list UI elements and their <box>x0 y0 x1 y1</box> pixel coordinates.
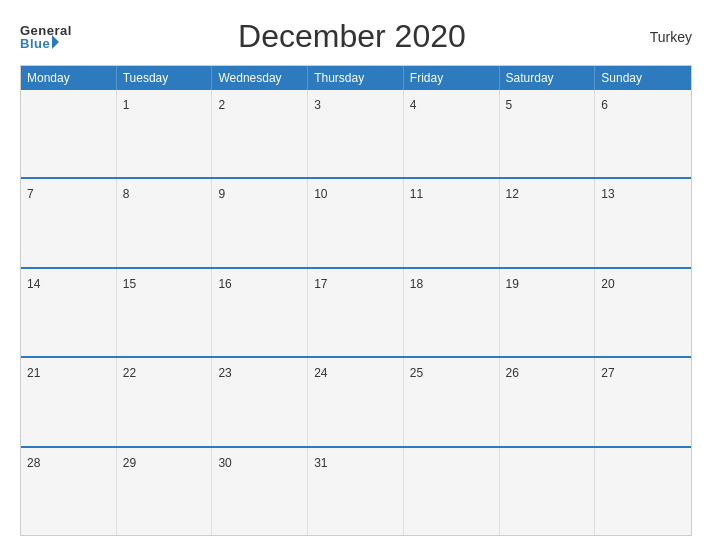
day-cell-1-1: 8 <box>117 179 213 266</box>
day-cell-1-2: 9 <box>212 179 308 266</box>
day-number: 14 <box>27 277 40 291</box>
day-cell-1-6: 13 <box>595 179 691 266</box>
day-cell-0-2: 2 <box>212 90 308 177</box>
day-number: 11 <box>410 187 423 201</box>
day-cell-2-5: 19 <box>500 269 596 356</box>
day-cell-2-3: 17 <box>308 269 404 356</box>
day-number: 12 <box>506 187 519 201</box>
day-number: 2 <box>218 98 225 112</box>
day-cell-0-4: 4 <box>404 90 500 177</box>
header-sunday: Sunday <box>595 66 691 90</box>
day-cell-2-2: 16 <box>212 269 308 356</box>
day-cell-3-6: 27 <box>595 358 691 445</box>
day-cell-2-0: 14 <box>21 269 117 356</box>
day-cell-2-4: 18 <box>404 269 500 356</box>
calendar-grid: Monday Tuesday Wednesday Thursday Friday… <box>20 65 692 536</box>
day-number: 27 <box>601 366 614 380</box>
logo: General Blue <box>20 24 72 50</box>
day-number: 7 <box>27 187 34 201</box>
day-number: 21 <box>27 366 40 380</box>
logo-blue-text: Blue <box>20 37 72 50</box>
header-saturday: Saturday <box>500 66 596 90</box>
logo-general-text: General <box>20 24 72 37</box>
calendar-page: General Blue December 2020 Turkey Monday… <box>0 0 712 550</box>
day-number: 23 <box>218 366 231 380</box>
weeks-container: 1234567891011121314151617181920212223242… <box>21 90 691 535</box>
day-cell-0-6: 6 <box>595 90 691 177</box>
week-row-1: 123456 <box>21 90 691 177</box>
day-number: 10 <box>314 187 327 201</box>
day-number: 20 <box>601 277 614 291</box>
day-cell-0-5: 5 <box>500 90 596 177</box>
day-cell-4-4 <box>404 448 500 535</box>
day-cell-4-3: 31 <box>308 448 404 535</box>
day-cell-1-0: 7 <box>21 179 117 266</box>
header-tuesday: Tuesday <box>117 66 213 90</box>
day-cell-2-6: 20 <box>595 269 691 356</box>
day-cell-3-1: 22 <box>117 358 213 445</box>
week-row-4: 21222324252627 <box>21 356 691 445</box>
day-cell-1-3: 10 <box>308 179 404 266</box>
day-number: 9 <box>218 187 225 201</box>
week-row-5: 28293031 <box>21 446 691 535</box>
header-wednesday: Wednesday <box>212 66 308 90</box>
calendar-title: December 2020 <box>72 18 632 55</box>
day-number: 26 <box>506 366 519 380</box>
day-cell-3-5: 26 <box>500 358 596 445</box>
day-cell-1-5: 12 <box>500 179 596 266</box>
day-cell-2-1: 15 <box>117 269 213 356</box>
day-cell-3-3: 24 <box>308 358 404 445</box>
day-number: 17 <box>314 277 327 291</box>
day-number: 18 <box>410 277 423 291</box>
day-number: 25 <box>410 366 423 380</box>
day-cell-4-5 <box>500 448 596 535</box>
day-cell-1-4: 11 <box>404 179 500 266</box>
day-number: 22 <box>123 366 136 380</box>
header-friday: Friday <box>404 66 500 90</box>
day-number: 1 <box>123 98 130 112</box>
day-number: 19 <box>506 277 519 291</box>
day-number: 5 <box>506 98 513 112</box>
day-number: 13 <box>601 187 614 201</box>
day-number: 3 <box>314 98 321 112</box>
country-label: Turkey <box>632 29 692 45</box>
day-cell-3-0: 21 <box>21 358 117 445</box>
day-cell-4-0: 28 <box>21 448 117 535</box>
day-cell-0-0 <box>21 90 117 177</box>
day-cell-4-6 <box>595 448 691 535</box>
day-number: 15 <box>123 277 136 291</box>
day-number: 31 <box>314 456 327 470</box>
logo-triangle-icon <box>52 35 59 49</box>
day-number: 4 <box>410 98 417 112</box>
day-headers-row: Monday Tuesday Wednesday Thursday Friday… <box>21 66 691 90</box>
day-cell-0-1: 1 <box>117 90 213 177</box>
day-cell-4-1: 29 <box>117 448 213 535</box>
day-cell-3-2: 23 <box>212 358 308 445</box>
header-monday: Monday <box>21 66 117 90</box>
day-number: 8 <box>123 187 130 201</box>
day-cell-0-3: 3 <box>308 90 404 177</box>
day-number: 28 <box>27 456 40 470</box>
week-row-3: 14151617181920 <box>21 267 691 356</box>
day-cell-4-2: 30 <box>212 448 308 535</box>
day-number: 16 <box>218 277 231 291</box>
day-number: 30 <box>218 456 231 470</box>
day-cell-3-4: 25 <box>404 358 500 445</box>
day-number: 6 <box>601 98 608 112</box>
week-row-2: 78910111213 <box>21 177 691 266</box>
day-number: 29 <box>123 456 136 470</box>
header-thursday: Thursday <box>308 66 404 90</box>
day-number: 24 <box>314 366 327 380</box>
header: General Blue December 2020 Turkey <box>20 18 692 55</box>
